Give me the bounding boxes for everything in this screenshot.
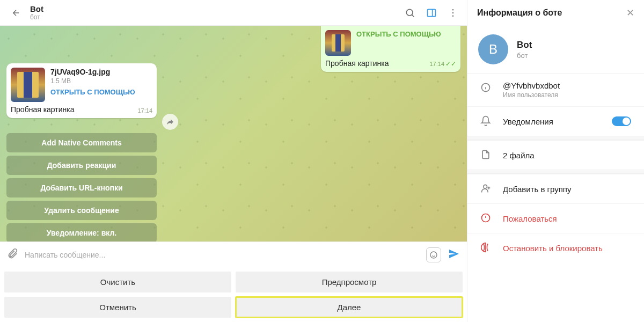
svg-point-5 [430,252,437,258]
preview-button[interactable]: Предпросмотр [236,272,463,292]
inline-button[interactable]: Добавить реакции [6,156,157,175]
chat-name: Bot [30,4,402,13]
svg-point-2 [452,9,454,10]
message-caption: Пробная картинка [11,105,75,114]
cancel-button[interactable]: Отменить [4,297,231,318]
open-with-link[interactable]: ОТКРЫТЬ С ПОМОЩЬЮ [356,30,456,38]
bell-icon [480,115,492,128]
svg-rect-1 [428,9,436,16]
add-group-label: Добавить в группу [503,185,631,194]
svg-point-7 [484,185,487,188]
alert-icon [480,213,492,225]
emoji-button[interactable] [426,247,441,262]
message-time: 17:14 [137,107,152,114]
more-menu-button[interactable] [445,5,460,20]
svg-point-4 [452,15,454,17]
close-sidebar-button[interactable]: ✕ [626,7,634,19]
bottom-actions: Очистить Предпросмотр Отменить Далее [0,267,467,322]
chat-header: Bot бот [0,0,467,26]
username-label: Имя пользователя [503,91,631,99]
svg-point-0 [406,9,413,16]
read-checks-icon: ✓✓ [445,60,456,68]
files-row[interactable]: 2 файла [467,140,644,170]
chat-area: ОТКРЫТЬ С ПОМОЩЬЮ Пробная картинка 17:14… [0,26,467,241]
incoming-message[interactable]: 7jUVaq9O-1g.jpg 1.5 MB ОТКРЫТЬ С ПОМОЩЬЮ… [6,63,157,118]
attachment-filename: 7jUVaq9O-1g.jpg [50,68,152,76]
inline-keyboard: Add Native Comments Добавить реакции Доб… [6,133,157,241]
svg-point-3 [452,12,454,13]
report-label: Пожаловаться [503,214,631,223]
search-button[interactable] [402,5,418,20]
message-input[interactable] [25,251,420,259]
profile-subtitle: бот [517,52,532,60]
outgoing-message[interactable]: ОТКРЫТЬ С ПОМОЩЬЮ Пробная картинка 17:14… [321,26,460,72]
inline-button[interactable]: Удалить сообщение [6,201,157,220]
stop-icon [480,242,492,255]
message-time: 17:14 ✓✓ [429,60,456,68]
open-with-link[interactable]: ОТКРЫТЬ С ПОМОЩЬЮ [50,88,152,96]
inline-button[interactable]: Добавить URL-кнопки [6,178,157,197]
profile-block[interactable]: B Bot бот [467,26,644,73]
attachment-thumbnail[interactable] [325,30,351,56]
attach-button[interactable] [6,248,18,262]
stop-block-row[interactable]: Остановить и блокировать [467,233,644,262]
sidebar-toggle-button[interactable] [424,5,439,20]
info-icon [480,82,492,95]
clear-button[interactable]: Очистить [4,272,231,292]
chat-title-block[interactable]: Bot бот [30,4,402,21]
profile-name: Bot [517,40,532,50]
compose-bar [0,241,467,267]
notifications-label: Уведомления [503,117,601,126]
share-button[interactable] [162,114,178,130]
info-sidebar: Информация о боте ✕ B Bot бот @Yfvbhvbxd… [467,0,644,322]
report-row[interactable]: Пожаловаться [467,203,644,233]
stop-block-label: Остановить и блокировать [503,244,631,253]
back-button[interactable] [6,3,26,23]
attachment-filesize: 1.5 MB [50,77,152,85]
inline-button[interactable]: Add Native Comments [6,133,157,152]
add-to-group-row[interactable]: Добавить в группу [467,174,644,203]
username-value: @Yfvbhvbxdbot [503,81,631,90]
chat-subtitle: бот [30,13,402,21]
files-label: 2 файла [503,151,631,160]
notifications-toggle[interactable] [612,116,631,126]
notifications-row[interactable]: Уведомления [467,106,644,136]
inline-button[interactable]: Уведомление: вкл. [6,223,157,241]
attachment-thumbnail[interactable] [11,68,45,102]
next-button[interactable]: Далее [236,297,463,318]
file-icon [480,149,492,162]
message-caption: Пробная картинка [325,59,389,68]
username-row[interactable]: @Yfvbhvbxdbot Имя пользователя [467,73,644,106]
avatar: B [478,34,508,64]
send-button[interactable] [448,247,460,262]
sidebar-title: Информация о боте [477,8,562,18]
add-user-icon [480,183,492,196]
